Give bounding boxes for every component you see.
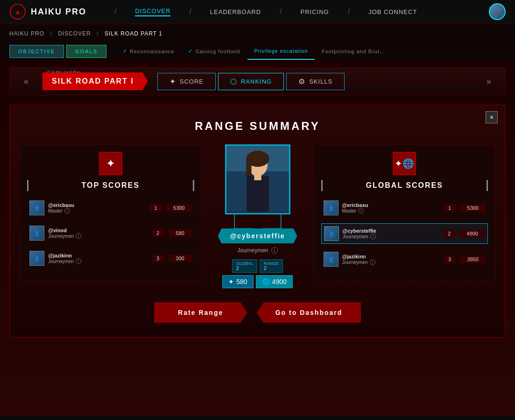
global-info-icon-3: i	[370, 259, 375, 265]
tab-reconnaissance[interactable]: ✓ Reconnaissance	[116, 43, 181, 60]
nav-divider-2: /	[189, 7, 191, 16]
top-score-avatar-2: 👤	[29, 226, 44, 241]
global-score-value-2: 4900	[460, 230, 485, 237]
score-tab-icon: ✦	[169, 77, 176, 86]
global-scores-panel: ✦🌐 GLOBAL SCORES 👤 @ericbasu Master i 1	[314, 144, 496, 282]
top-score-row-1: 👤 @ericbasu Master i 1 5300	[27, 198, 194, 218]
svg-text:⟁: ⟁	[15, 7, 20, 15]
top-score-rank-1: Master i	[48, 208, 146, 214]
nav-links: / DISCOVER / LEADERBOARD / PRICING / JOB…	[114, 7, 489, 16]
scores-section: ✦ TOP SCORES 👤 @ericbasu Master i 1 530	[20, 144, 495, 288]
tabs-bar: OBJECTIVE GOALS ✓ Reconnaissance ✓ Gaini…	[0, 43, 515, 60]
global-score-username-3: @jazikinn	[342, 254, 440, 259]
nav-divider-4: /	[348, 7, 350, 16]
profile-stats: GLOBAL 2 RANGE 2	[211, 259, 304, 273]
global-score-row-3: 👤 @jazikinn Journeymen i 3 3850	[321, 249, 488, 269]
top-score-user-info-1: @ericbasu Master i	[48, 202, 146, 214]
global-score-value-1: 5300	[460, 204, 486, 212]
range-title-area: SILK ROAD PART I ✦ SCORE ⬡ RANKING ⚙ SKI…	[42, 72, 473, 90]
top-score-value-1: 5300	[166, 204, 191, 212]
global-score-position-2: 2	[444, 230, 455, 237]
logo-text: HAIKU PRO	[31, 7, 86, 17]
profile-global-rank: GLOBAL 2	[232, 259, 257, 273]
check-icon-2: ✓	[188, 48, 193, 54]
profile-photo	[225, 144, 290, 214]
top-score-avatar-1: 👤	[29, 200, 44, 215]
profile-avatar-svg	[226, 144, 289, 213]
range-prev-button[interactable]: «	[19, 74, 33, 89]
profile-range-rank: RANGE 2	[260, 259, 283, 273]
goto-dashboard-button[interactable]: Go to Dashboard	[257, 302, 361, 323]
global-score-chip-icon: 🌐	[262, 278, 270, 285]
top-scores-title: TOP SCORES	[27, 180, 194, 191]
score-tab-score[interactable]: ✦ SCORE	[157, 73, 216, 90]
global-score-pos-score-3: 3 3850	[444, 256, 486, 263]
global-score-rank-3: Journeymen i	[342, 259, 440, 265]
logo-area[interactable]: ⟁ HAIKU PRO	[9, 3, 86, 20]
top-score-rank-2: Journeymen i	[48, 233, 148, 239]
bottom-bar: 05:35:00 SCORE 0	[0, 415, 515, 420]
top-score-user-info-2: @vinod Journeymen i	[48, 228, 148, 239]
top-navigation: ⟁ HAIKU PRO / DISCOVER / LEADERBOARD / P…	[0, 0, 515, 24]
global-score-user-info-3: @jazikinn Journeymen i	[342, 254, 440, 265]
top-score-username-1: @ericbasu	[48, 202, 146, 208]
score-tab-ranking[interactable]: ⬡ RANKING	[218, 73, 284, 90]
skills-tab-icon: ⚙	[298, 77, 305, 86]
global-score-rank-2: Journeymen i	[343, 234, 440, 239]
top-score-username-3: @jazikinn	[48, 253, 148, 258]
profile-rank-info-icon: i	[271, 247, 278, 254]
profile-global-score-value: 4900	[272, 278, 287, 285]
connector-lines	[225, 214, 290, 228]
nav-divider-3: /	[280, 7, 282, 16]
nav-link-jobconnect[interactable]: JOB CONNECT	[368, 8, 417, 15]
center-profile: @cybersteffie Journeymen i GLOBAL 2 RANG…	[211, 144, 304, 288]
tab-objective[interactable]: OBJECTIVE	[9, 45, 64, 58]
score-tab-skills[interactable]: ⚙ SKILLS	[286, 73, 345, 90]
global-score-value-3: 3850	[460, 256, 486, 263]
breadcrumb-home[interactable]: HAIKU PRO	[9, 30, 44, 37]
top-score-avatar-3: 👤	[29, 251, 44, 266]
top-score-pos-score-1: 1 5300	[150, 204, 191, 212]
range-next-button[interactable]: »	[482, 74, 496, 89]
tab-goals[interactable]: GOALS	[66, 45, 106, 58]
range-title-badge: SILK ROAD PART I	[42, 72, 148, 90]
range-header: Get the root flag « SILK ROAD PART I ✦ S…	[9, 67, 506, 95]
top-score-username-2: @vinod	[48, 228, 148, 233]
profile-username: @cybersteffie	[218, 228, 297, 243]
svg-rect-7	[247, 176, 269, 212]
rate-range-button[interactable]: Rate Range	[154, 302, 247, 323]
nav-link-leaderboard[interactable]: LEADERBOARD	[210, 8, 261, 15]
avatar[interactable]	[489, 3, 506, 20]
global-score-avatar-2: 👤	[324, 226, 339, 241]
range-summary-modal: × RANGE SUMMARY ✦ TOP SCORES 👤 @ericbasu…	[9, 105, 506, 338]
global-score-avatar-1: 👤	[324, 200, 339, 215]
global-scores-title: GLOBAL SCORES	[321, 180, 488, 191]
tab-privilege-escalation[interactable]: Privilege escalation	[247, 43, 315, 60]
nav-divider-1: /	[114, 7, 116, 16]
range-header-inner: « SILK ROAD PART I ✦ SCORE ⬡ RANKING ⚙ S…	[19, 72, 496, 90]
global-info-icon-2: i	[370, 234, 376, 239]
nav-link-discover[interactable]: DISCOVER	[135, 7, 170, 16]
tab-footprinting[interactable]: Footprinting and Brut...	[315, 43, 392, 60]
tab-gaining-foothold[interactable]: ✓ Gaining foothold	[181, 43, 247, 60]
top-scores-icon: ✦	[99, 152, 122, 175]
ranking-tab-icon: ⬡	[230, 77, 237, 86]
main-content: Get the root flag « SILK ROAD PART I ✦ S…	[0, 60, 515, 415]
nav-link-pricing[interactable]: PRICING	[301, 8, 329, 15]
global-score-username-1: @ericbasu	[342, 202, 440, 208]
info-icon-1: i	[64, 208, 70, 214]
top-score-rank-3: Journeymen i	[48, 258, 148, 264]
global-score-position-1: 1	[444, 204, 456, 212]
breadcrumb: HAIKU PRO / DISCOVER / SILK ROAD PART 1	[0, 24, 515, 43]
profile-rank: Journeymen i	[237, 247, 277, 254]
profile-photo-inner	[226, 146, 289, 213]
global-score-user-info-1: @ericbasu Master i	[342, 202, 440, 214]
global-score-row-1: 👤 @ericbasu Master i 1 5300	[321, 198, 488, 218]
breadcrumb-discover[interactable]: DISCOVER	[58, 30, 91, 37]
breadcrumb-sep-1: /	[50, 30, 54, 37]
global-score-avatar-3: 👤	[324, 252, 339, 267]
breadcrumb-sep-2: /	[97, 30, 101, 37]
score-chip-icon: ✦	[228, 278, 234, 285]
modal-close-button[interactable]: ×	[486, 111, 498, 123]
profile-score-row: ✦ 580 🌐 4900	[222, 275, 293, 288]
